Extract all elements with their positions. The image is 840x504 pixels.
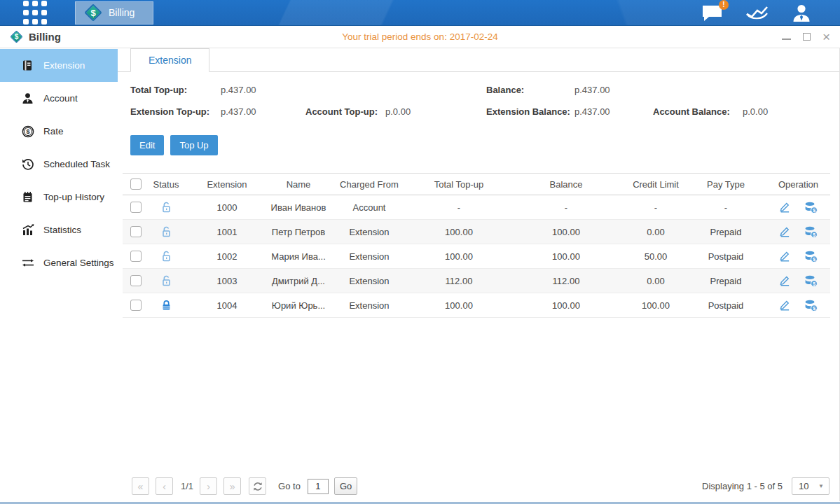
topup-coins-icon[interactable]: $ — [804, 300, 818, 312]
next-page-button[interactable]: › — [200, 477, 217, 495]
extensions-table: StatusExtensionNameCharged FromTotal Top… — [123, 173, 830, 318]
top-up-button[interactable]: Top Up — [170, 135, 217, 155]
extension-balance-label: Extension Balance: — [486, 106, 570, 117]
resource-monitor-icon — [745, 4, 769, 22]
refresh-button[interactable] — [249, 477, 266, 495]
main-content: Extension Total Top-up: p.437.00 Balance… — [118, 48, 840, 501]
edit-pencil-icon[interactable] — [779, 275, 791, 286]
extension-cell: 1001 — [184, 220, 270, 244]
pay-type-cell: Prepaid — [685, 220, 766, 244]
svg-text:$: $ — [26, 128, 29, 135]
taskbar-tab-billing[interactable]: $ Billing — [75, 1, 153, 24]
row-checkbox[interactable] — [130, 251, 142, 262]
minimize-icon[interactable] — [782, 34, 791, 40]
edit-pencil-icon[interactable] — [779, 226, 791, 237]
tab-strip: Extension — [118, 48, 839, 72]
extension-topup-value: p.437.00 — [221, 106, 256, 117]
extension-icon — [21, 59, 34, 72]
page-size-value: 10 — [792, 481, 808, 491]
account-icon — [21, 92, 34, 105]
charged-from-cell: Account — [326, 195, 412, 220]
billing-app-icon: $ — [84, 4, 102, 22]
maximize-icon[interactable] — [803, 33, 811, 41]
topup-coins-icon[interactable]: $ — [804, 251, 818, 262]
sidebar: Extension Account $ Rate Scheduled Task … — [0, 48, 118, 501]
user-account-button[interactable] — [791, 4, 812, 22]
row-checkbox[interactable] — [130, 226, 142, 237]
table-row: 1004 Юрий Юрь... Extension 100.00 100.00… — [123, 293, 830, 318]
total-topup-cell: 100.00 — [412, 293, 506, 318]
extension-topup-label: Extension Top-up: — [130, 106, 209, 117]
edit-pencil-icon[interactable] — [779, 251, 791, 262]
tab-extension[interactable]: Extension — [130, 48, 209, 72]
pay-type-cell: Postpaid — [685, 293, 766, 318]
total-topup-cell: 100.00 — [412, 244, 506, 269]
sidebar-item-scheduled-task[interactable]: Scheduled Task — [0, 148, 118, 181]
extension-cell: 1003 — [184, 269, 270, 293]
sidebar-item-label: Scheduled Task — [43, 159, 110, 169]
topup-coins-icon[interactable]: $ — [804, 275, 818, 287]
row-checkbox[interactable] — [130, 275, 142, 286]
column-header: Status — [149, 174, 184, 195]
column-header: Credit Limit — [626, 174, 685, 195]
extension-cell: 1000 — [184, 195, 270, 220]
rate-icon: $ — [21, 125, 34, 138]
row-checkbox[interactable] — [130, 300, 142, 311]
prev-page-button[interactable]: ‹ — [156, 477, 173, 495]
sidebar-item-extension[interactable]: Extension — [0, 49, 118, 82]
credit-limit-cell: 0.00 — [626, 220, 685, 244]
user-icon — [791, 4, 812, 22]
desktop-top-bar: $ Billing ! — [0, 0, 840, 26]
balance-cell: 100.00 — [506, 220, 626, 244]
sidebar-item-label: General Settings — [43, 258, 114, 268]
goto-page-input[interactable] — [308, 479, 329, 494]
credit-limit-cell: - — [626, 195, 685, 220]
charged-from-cell: Extension — [326, 220, 412, 244]
sidebar-item-label: Top-up History — [43, 192, 104, 202]
go-button[interactable]: Go — [334, 477, 357, 495]
topup-coins-icon[interactable]: $ — [804, 202, 818, 214]
resource-monitor-button[interactable] — [745, 4, 769, 22]
topup-coins-icon[interactable]: $ — [804, 226, 818, 238]
notifications-button[interactable]: ! — [701, 4, 723, 22]
lock-open-icon[interactable] — [161, 202, 172, 214]
charged-from-cell: Extension — [326, 293, 412, 318]
close-icon[interactable]: × — [822, 33, 830, 41]
column-header: Pay Type — [685, 174, 766, 195]
edit-pencil-icon[interactable] — [779, 300, 791, 311]
account-topup-label: Account Top-up: — [305, 106, 378, 117]
table-row: 1000 Иван Иванов Account - - - - $ — [123, 195, 830, 220]
sidebar-item-top-up-history[interactable]: Top-up History — [0, 181, 118, 214]
lock-open-icon[interactable] — [161, 226, 172, 238]
balance-cell: 100.00 — [506, 293, 626, 318]
total-topup-cell: 112.00 — [412, 269, 506, 293]
page-size-select[interactable]: 10 ▼ — [792, 477, 829, 495]
chevron-down-icon: ▼ — [818, 483, 824, 489]
total-topup-cell: - — [412, 195, 506, 220]
last-page-button[interactable]: » — [223, 477, 241, 495]
lock-open-icon[interactable] — [161, 251, 172, 262]
pagination-bar: « ‹ 1/1 › » Go to Go Displaying — [132, 477, 829, 495]
sidebar-item-statistics[interactable]: Statistics — [0, 214, 118, 246]
first-page-button[interactable]: « — [132, 477, 149, 495]
window-title-bar: $ Billing Your trial period ends on: 201… — [0, 26, 840, 48]
sidebar-item-rate[interactable]: $ Rate — [0, 115, 118, 148]
lock-closed-icon[interactable] — [161, 300, 172, 312]
select-all-checkbox[interactable] — [130, 178, 142, 190]
row-checkbox[interactable] — [130, 202, 142, 213]
goto-label: Go to — [278, 481, 301, 491]
balance-label: Balance: — [486, 85, 524, 95]
extension-balance-value: p.437.00 — [574, 106, 610, 117]
pay-type-cell: Postpaid — [685, 244, 766, 269]
sidebar-item-general-settings[interactable]: General Settings — [0, 246, 118, 279]
edit-button[interactable]: Edit — [130, 135, 164, 155]
app-launcher-icon[interactable] — [23, 1, 47, 24]
lock-open-icon[interactable] — [161, 275, 172, 287]
account-balance-value: p.0.00 — [743, 106, 768, 117]
balance-cell: 100.00 — [506, 244, 626, 269]
table-row: 1002 Мария Ива... Extension 100.00 100.0… — [123, 244, 830, 269]
sidebar-item-account[interactable]: Account — [0, 82, 118, 115]
edit-pencil-icon[interactable] — [779, 202, 791, 213]
page-indicator: 1/1 — [181, 481, 193, 491]
name-cell: Юрий Юрь... — [270, 293, 326, 318]
